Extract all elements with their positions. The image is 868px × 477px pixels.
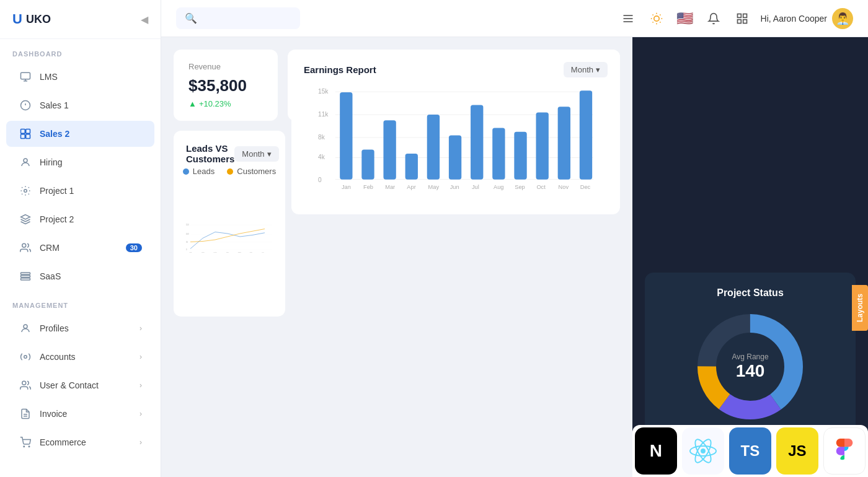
svg-text:Sat: Sat [190,252,192,253]
svg-rect-55 [471,105,483,179]
sales2-icon [19,127,32,141]
svg-rect-13 [21,273,30,274]
svg-text:Dec: Dec [580,184,591,190]
sidebar-item-project1[interactable]: Project 1 [6,178,154,204]
svg-text:150: 150 [186,224,189,226]
sun-icon[interactable] [647,9,666,28]
figma-icon[interactable] [823,427,866,475]
svg-rect-7 [26,129,30,134]
accounts-chevron: › [140,352,142,361]
sidebar-logo: U UKO ◀ [0,0,161,39]
svg-text:Jul: Jul [472,184,479,190]
donut-avg-value: 140 [732,361,768,381]
dark-panel: Project Status Avg Range 140 [632,37,868,477]
grid-icon[interactable] [732,9,752,28]
menu-icon[interactable] [618,9,638,28]
revenue-label: Revenue [188,62,263,71]
project2-label: Project 2 [40,214,142,224]
search-bar[interactable]: 🔍 [176,7,300,29]
javascript-icon[interactable]: JS [776,427,818,475]
earnings-month-selector[interactable]: Month ▾ [564,62,608,77]
ecommerce-chevron: › [140,438,142,447]
earnings-title: Earnings Report [304,64,376,75]
collapse-button[interactable]: ◀ [141,14,148,25]
crm-label: CRM [40,243,118,253]
nextjs-icon[interactable]: N [635,427,677,475]
customers-legend-label: Customers [237,167,276,176]
sidebar-item-crm[interactable]: CRM 30 [6,235,154,261]
sidebar-item-saas[interactable]: SaaS [6,263,154,289]
project-status-card: Project Status Avg Range 140 [645,273,856,437]
sidebar-item-user-contact[interactable]: User & Contact › [6,372,154,398]
avatar: 👨‍💼 [832,8,853,29]
hiring-icon [19,155,32,169]
header: 🔍 🇺🇸 Hi, Aaron Cooper 👨‍💼 [161,0,868,37]
svg-line-30 [660,22,660,22]
svg-rect-59 [558,107,570,179]
svg-point-22 [29,446,30,447]
svg-line-29 [652,14,653,15]
sidebar-item-ecommerce[interactable]: Ecommerce › [6,429,154,455]
svg-point-12 [22,243,26,247]
react-icon[interactable] [682,427,724,475]
svg-text:Apr: Apr [407,184,415,190]
greeting-text: Hi, Aaron Cooper [761,14,827,24]
ecommerce-icon [19,435,32,449]
earnings-bar-chart: 15k 11k 8k 4k 0 [304,85,608,199]
revenue-card: Revenue $35,800 ▲ +10.23% [174,50,278,121]
svg-text:0: 0 [186,248,187,251]
sidebar-item-sales1[interactable]: Sales 1 [6,92,154,118]
svg-rect-58 [536,112,549,179]
svg-text:Feb: Feb [363,184,373,190]
svg-point-92 [701,449,706,453]
leads-chart-card: Leads VS Customers Month ▾ Leads Custome… [174,131,285,317]
lms-icon [19,70,32,84]
svg-rect-9 [26,134,30,139]
sidebar-item-sales2[interactable]: Sales 2 [6,121,154,147]
bell-icon[interactable] [704,9,724,28]
leads-legend: Leads [183,167,215,176]
svg-point-21 [24,446,25,447]
sidebar: U UKO ◀ DASHBOARD LMS Sales 1 Sales 2 Hi… [0,0,161,477]
sales1-icon [19,98,32,112]
svg-rect-38 [743,19,746,23]
svg-rect-37 [737,19,741,23]
dashboard-section-label: DASHBOARD [0,39,161,63]
svg-rect-53 [427,115,440,180]
leads-month-selector[interactable]: Month ▾ [234,146,278,162]
project-status-title: Project Status [717,287,784,299]
svg-line-33 [652,22,653,22]
sidebar-item-hiring[interactable]: Hiring [6,149,154,175]
revenue-change: ▲ +10.23% [188,99,263,108]
sidebar-item-profiles[interactable]: Profiles › [6,315,154,341]
sidebar-item-accounts[interactable]: Accounts › [6,344,154,370]
svg-rect-51 [383,120,396,179]
content-area: Revenue $35,800 ▲ +10.23% Repeat Purchas… [161,37,868,477]
svg-text:50: 50 [186,241,188,243]
typescript-icon[interactable]: TS [729,427,771,475]
profiles-label: Profiles [40,323,132,333]
sidebar-item-project2[interactable]: Project 2 [6,206,154,232]
tech-icons-row: N TS JS [632,425,868,477]
sidebar-item-invoice[interactable]: Invoice › [6,401,154,427]
svg-rect-0 [21,72,30,79]
project1-label: Project 1 [40,186,142,196]
sidebar-item-lms[interactable]: LMS [6,64,154,90]
layouts-tab[interactable]: Layouts [852,285,868,331]
svg-line-34 [660,14,660,15]
saas-label: SaaS [40,271,142,281]
ecommerce-label: Ecommerce [40,437,132,447]
flag-icon[interactable]: 🇺🇸 [675,9,695,28]
svg-text:Nov: Nov [559,184,569,190]
accounts-icon [19,350,32,364]
svg-text:100: 100 [186,233,189,235]
svg-rect-15 [21,278,30,280]
sales1-label: Sales 1 [40,100,142,110]
svg-text:Jan: Jan [342,184,351,190]
project1-icon [19,184,32,198]
svg-text:Jun: Jun [450,184,459,190]
svg-text:15k: 15k [318,88,329,95]
leads-chart-title: Leads VS Customers [186,143,234,164]
svg-point-10 [24,159,27,162]
invoice-chevron: › [140,409,142,418]
